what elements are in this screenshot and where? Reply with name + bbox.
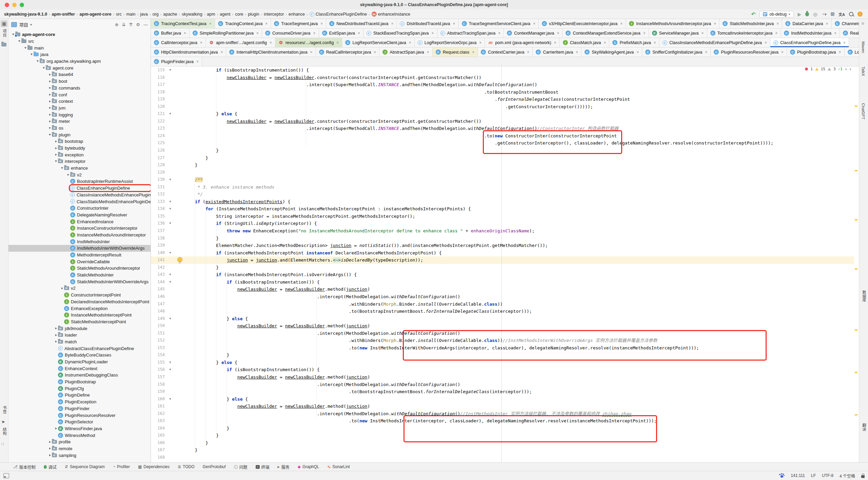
breadcrumb-item[interactable]: java (140, 12, 148, 17)
line-number[interactable]: 152 (151, 337, 174, 344)
editor-tab[interactable]: IAbstractSpan.java× (379, 47, 432, 57)
editor-tab[interactable]: CContextCarrier.java× (478, 47, 533, 57)
tree-item-DynamicPluginLoader[interactable]: EDynamicPluginLoader (8, 359, 151, 365)
fold-icon[interactable] (169, 362, 171, 363)
close-tab-icon[interactable]: × (705, 50, 707, 55)
chevron-right-icon[interactable] (54, 327, 58, 329)
toolwindow-button-版本控制[interactable]: ⎇版本控制 (13, 464, 36, 470)
editor-tab[interactable]: CLogManager.java× (845, 47, 859, 57)
breadcrumb-item[interactable]: src (116, 12, 122, 17)
stripe-label-Maven[interactable]: Maven (861, 41, 865, 53)
tree-item-EnhanceContext[interactable]: CEnhanceContext (8, 365, 151, 372)
line-number[interactable]: 122 (151, 118, 174, 125)
line-number[interactable]: 121 (151, 110, 174, 118)
tree-item-agent.core[interactable]: agent.core (8, 64, 151, 71)
tree-item-InstanceConstructorInterceptor[interactable]: IInstanceConstructorInterceptor (8, 225, 151, 232)
editor-tab[interactable]: CInstMethodsInter.java× (781, 28, 840, 38)
line-number[interactable]: 165 (151, 432, 174, 439)
breadcrumb-item[interactable]: org (153, 12, 159, 17)
line-number[interactable]: 155 (151, 359, 174, 366)
close-tab-icon[interactable]: × (527, 50, 529, 55)
toolwindow-button-Sequence Diagram[interactable]: ⇵Sequence Diagram (65, 464, 105, 469)
run-button[interactable]: ▶ (798, 12, 802, 17)
close-tab-icon[interactable]: × (336, 40, 339, 45)
tree-item-java[interactable]: java (8, 51, 151, 58)
tree-item-InstanceMethodsInterceptPoint[interactable]: IInstanceMethodsInterceptPoint (8, 312, 151, 319)
line-number[interactable]: 166 (151, 439, 174, 447)
chevron-down-icon[interactable] (23, 47, 27, 49)
close-tab-icon[interactable]: × (554, 40, 556, 45)
close-tab-icon[interactable]: × (576, 50, 578, 55)
close-tab-icon[interactable]: × (643, 31, 646, 36)
stripe-label-结构[interactable]: 结构 (2, 427, 7, 435)
editor-tab[interactable]: CCarrierItem.java× (533, 47, 581, 57)
editor-tab[interactable]: Cv3/HttpClientExecuteInterceptor.java× (539, 19, 626, 28)
line-number[interactable]: 142 (151, 264, 174, 271)
fold-icon[interactable] (169, 274, 171, 275)
layout-icon[interactable] (3, 473, 9, 478)
editor-tab[interactable]: IInstanceMethodsAroundInterceptor.java× (626, 19, 719, 28)
caret-position[interactable]: 141:111 (791, 473, 805, 478)
tree-item-WitnessMethod[interactable]: CWitnessMethod (8, 432, 151, 439)
stripe-label-数据库[interactable]: 数据库 (861, 290, 867, 302)
tree-item-main[interactable]: main (8, 44, 151, 51)
tree-item-jvm[interactable]: jvm (8, 105, 151, 112)
baidu-paw-icon[interactable] (779, 473, 785, 478)
breadcrumb-item[interactable]: agent (220, 12, 230, 17)
chevron-right-icon[interactable] (48, 107, 52, 109)
line-number[interactable]: 151 (151, 330, 174, 337)
profiler-icon[interactable]: ◔▾ (822, 12, 827, 17)
tree-item-StaticMethodsInterceptPoint[interactable]: IStaticMethodsInterceptPoint (8, 319, 151, 325)
panel-header-icon[interactable]: ⇈ (129, 22, 133, 27)
tree-item-commands[interactable]: commands (8, 85, 151, 92)
line-number[interactable]: 129 (151, 169, 174, 176)
project-stripe-icon[interactable]: ▦ (1, 20, 7, 27)
tree-item-DeclaredInstanceMethodsInterceptPoint[interactable]: IDeclaredInstanceMethodsInterceptPoint (8, 299, 151, 305)
chevron-right-icon[interactable] (48, 441, 52, 443)
fold-icon[interactable] (169, 398, 171, 400)
tree-item-logging[interactable]: logging (8, 111, 151, 118)
line-number[interactable]: 138 (151, 235, 174, 242)
line-number[interactable]: 131 (151, 184, 174, 191)
line-number[interactable]: 136 (151, 220, 174, 227)
line-number[interactable]: 128 (151, 161, 174, 169)
tree-item-PluginFinder[interactable]: CPluginFinder (8, 405, 151, 412)
tree-item-PluginCfg[interactable]: EPluginCfg (8, 385, 151, 392)
tree-item-OverrideCallable[interactable]: IOverrideCallable (8, 258, 151, 265)
code-editor[interactable]: 1151161171181191201211221231241251261271… (151, 65, 859, 462)
breadcrumb-item[interactable]: plugin (248, 12, 259, 17)
close-tab-icon[interactable]: × (391, 21, 393, 26)
close-tab-icon[interactable]: × (374, 50, 376, 55)
editor-tab[interactable]: CSimpleRollingPartitioner.java× (190, 28, 262, 38)
fold-icon[interactable] (169, 179, 171, 180)
close-tab-icon[interactable]: × (184, 31, 186, 36)
panel-header-icon[interactable]: ⚙ (136, 22, 140, 27)
editor-tab[interactable]: CHttpClientInstrumentation.java× (151, 47, 226, 57)
line-number[interactable]: 160 (151, 396, 174, 403)
search-icon[interactable] (849, 12, 853, 16)
close-tab-icon[interactable]: × (220, 50, 223, 55)
line-number[interactable]: 149 (151, 315, 174, 323)
line-number[interactable]: 119 (151, 96, 174, 103)
close-tab-icon[interactable]: × (472, 50, 474, 55)
close-tab-icon[interactable]: × (839, 50, 841, 55)
chevron-right-icon[interactable] (48, 447, 52, 449)
close-tab-icon[interactable]: × (196, 59, 199, 64)
line-number[interactable]: 132 (151, 191, 174, 198)
editor-tab[interactable]: CRealCallInstrumentation.java× (840, 28, 859, 38)
editor-tab[interactable]: CBuffer.java× (151, 28, 190, 38)
chevron-right-icon[interactable] (48, 100, 52, 102)
run-config-select[interactable]: ob-debug ▾ (760, 11, 793, 18)
editor-gutter[interactable]: 1151161171181191201211221231241251261271… (151, 66, 174, 461)
editor-tab[interactable]: CTraceSegmentServiceClient.java× (459, 19, 539, 28)
tree-item-jdk9module[interactable]: jdk9module (8, 325, 151, 332)
tree-item-context[interactable]: context (8, 98, 151, 105)
line-number[interactable]: 162 (151, 410, 174, 418)
close-tab-icon[interactable]: × (781, 50, 784, 55)
breadcrumb-item[interactable]: enhance (289, 12, 305, 17)
close-tab-icon[interactable]: × (409, 40, 411, 45)
breadcrumb-item[interactable]: apm-agent-core (80, 12, 112, 17)
rerun-icon[interactable]: ↶ (751, 11, 756, 17)
close-tab-icon[interactable]: × (256, 31, 259, 36)
close-tab-icon[interactable]: × (432, 31, 434, 36)
